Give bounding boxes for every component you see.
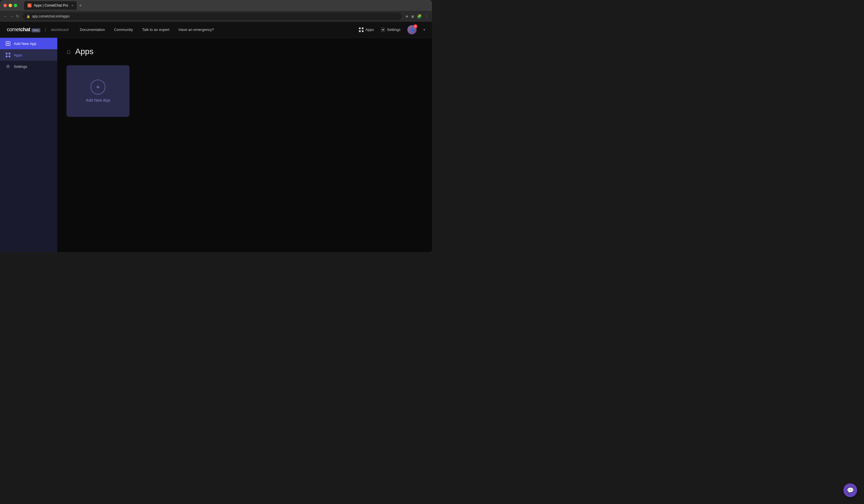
user-dropdown-chevron[interactable]: ▾ xyxy=(423,28,425,32)
home-icon: ⌂ xyxy=(67,48,71,56)
address-bar[interactable]: 🔒 app.cometchat.io/#/apps xyxy=(23,13,401,20)
nav-documentation[interactable]: Documentation xyxy=(80,27,105,32)
settings-sidebar-icon xyxy=(6,64,10,69)
notification-badge: 1 xyxy=(413,24,417,28)
extension-icon[interactable]: ◙ xyxy=(412,14,414,19)
svg-rect-1 xyxy=(362,27,363,29)
logo: cometchat PRO xyxy=(7,27,40,33)
browser-titlebar: C Apps | CometChat Pro × + xyxy=(0,0,432,11)
maximize-traffic-light[interactable] xyxy=(14,4,17,7)
apps-nav-label: Apps xyxy=(365,27,374,32)
logo-area: cometchat PRO | dashboard xyxy=(7,27,69,33)
reload-button[interactable]: ↻ xyxy=(16,14,20,19)
app-container: cometchat PRO | dashboard Documentation … xyxy=(0,22,432,252)
settings-nav-label: Settings xyxy=(387,27,400,32)
logo-divider: | xyxy=(45,27,46,32)
svg-point-4 xyxy=(382,29,384,30)
gear-icon xyxy=(381,27,385,32)
apps-grid: + Add New App xyxy=(67,65,423,117)
nav-buttons: ← → ↻ xyxy=(3,14,20,19)
apps-sidebar-icon xyxy=(6,53,10,57)
main-content: ⌂ Apps + Add New App xyxy=(57,38,432,252)
nav-community[interactable]: Community xyxy=(114,27,133,32)
main-layout: Add New App Apps xyxy=(0,38,432,252)
svg-rect-10 xyxy=(6,56,8,57)
bookmark-icon[interactable]: ★ xyxy=(405,14,409,19)
settings-nav-link[interactable]: Settings xyxy=(381,27,400,32)
browser-addressbar: ← → ↻ 🔒 app.cometchat.io/#/apps ★ ◙ 🧩 ⋮ xyxy=(0,11,432,22)
new-tab-button[interactable]: + xyxy=(78,3,83,8)
nav-emergency[interactable]: Have an emergency? xyxy=(179,27,214,32)
dashboard-label: dashboard xyxy=(51,27,68,32)
svg-rect-8 xyxy=(6,53,8,54)
sidebar-item-add-new-app[interactable]: Add New App xyxy=(0,38,57,49)
add-new-app-card[interactable]: + Add New App xyxy=(67,65,130,117)
tab-close-button[interactable]: × xyxy=(72,4,73,7)
back-button[interactable]: ← xyxy=(3,14,8,19)
tab-bar: C Apps | CometChat Pro × + xyxy=(24,1,83,10)
plus-square-icon xyxy=(6,41,10,46)
svg-rect-2 xyxy=(359,30,361,32)
add-new-app-card-label: Add New App xyxy=(86,98,110,102)
top-nav-right: Apps Settings 👤 1 ▾ xyxy=(359,25,425,34)
address-text: app.cometchat.io/#/apps xyxy=(32,14,70,18)
forward-button[interactable]: → xyxy=(10,14,14,19)
top-nav-links: Documentation Community Talk to an exper… xyxy=(80,27,359,32)
svg-rect-9 xyxy=(9,53,10,54)
svg-rect-0 xyxy=(359,27,361,29)
sidebar-settings-label: Settings xyxy=(14,64,27,69)
plus-icon: + xyxy=(96,83,100,91)
tab-title: Apps | CometChat Pro xyxy=(34,3,68,8)
menu-icon[interactable]: ⋮ xyxy=(424,14,429,19)
browser-window: C Apps | CometChat Pro × + ← → ↻ 🔒 app.c… xyxy=(0,0,432,252)
add-icon-circle: + xyxy=(91,79,105,95)
minimize-traffic-light[interactable] xyxy=(9,4,12,7)
sidebar-apps-label: Apps xyxy=(14,53,22,57)
browser-actions: ★ ◙ 🧩 ⋮ xyxy=(405,14,429,19)
pro-badge: PRO xyxy=(32,28,40,32)
close-traffic-light[interactable] xyxy=(3,4,7,7)
lock-icon: 🔒 xyxy=(26,15,31,18)
apps-nav-link[interactable]: Apps xyxy=(359,27,374,32)
page-header: ⌂ Apps xyxy=(67,47,423,56)
tab-favicon: C xyxy=(27,3,32,8)
top-nav: cometchat PRO | dashboard Documentation … xyxy=(0,22,432,38)
sidebar-add-new-app-label: Add New App xyxy=(14,41,36,46)
svg-point-12 xyxy=(8,66,9,67)
logo-text: cometchat xyxy=(7,27,32,32)
sidebar: Add New App Apps xyxy=(0,38,57,252)
active-tab[interactable]: C Apps | CometChat Pro × xyxy=(24,1,77,10)
apps-grid-icon xyxy=(359,27,363,32)
sidebar-item-apps[interactable]: Apps xyxy=(0,49,57,61)
page-title: Apps xyxy=(75,47,94,56)
sidebar-item-settings[interactable]: Settings xyxy=(0,61,57,72)
nav-talk-to-expert[interactable]: Talk to an expert xyxy=(142,27,169,32)
svg-rect-3 xyxy=(362,30,363,32)
svg-rect-11 xyxy=(9,56,10,57)
traffic-lights xyxy=(3,4,17,7)
puzzle-icon[interactable]: 🧩 xyxy=(417,14,422,19)
user-avatar[interactable]: 👤 1 xyxy=(407,25,417,34)
